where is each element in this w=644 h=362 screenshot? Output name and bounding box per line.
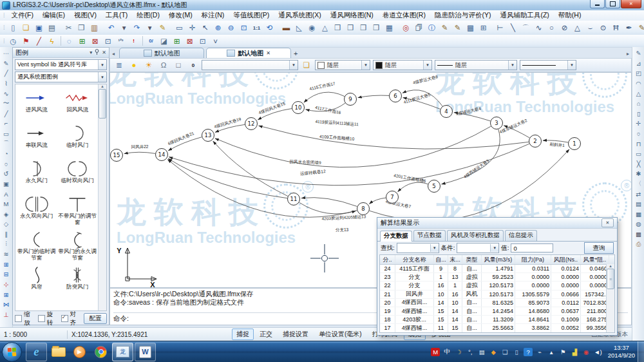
undo-more-icon[interactable]: ▾: [118, 23, 131, 33]
table-row-5[interactable]: 194煤西辅...1514自...14.245414.86800.0637211…: [380, 307, 614, 316]
open-folder-icon[interactable]: ❏: [20, 23, 33, 33]
redo-icon[interactable]: ↷: [131, 23, 144, 33]
branch-edge-5-7[interactable]: [398, 182, 428, 192]
branch-edge-11-8[interactable]: [299, 202, 356, 214]
menu-item-13[interactable]: 帮助(H): [554, 10, 586, 21]
junction-node-11[interactable]: 11: [288, 193, 300, 205]
table-row-4[interactable]: 204煤西回...1410自...81.632585.90730.0112701…: [380, 299, 614, 307]
print-icon[interactable]: ▤: [46, 23, 59, 33]
branch-edge-11-13[interactable]: [213, 141, 288, 196]
arc-tool-icon[interactable]: ⌒: [1, 138, 12, 149]
circle-icon[interactable]: ○: [545, 23, 558, 33]
block-list-icon[interactable]: ❒: [370, 23, 383, 33]
wave-icon[interactable]: ≋: [1, 249, 12, 260]
crop-icon[interactable]: ◰: [633, 68, 644, 79]
status-toggle-0[interactable]: 捕捉: [232, 329, 254, 340]
pan-icon[interactable]: ✛: [186, 23, 199, 33]
line-icon[interactable]: ╲: [507, 23, 520, 33]
box-r-icon[interactable]: ⊡: [196, 35, 209, 46]
menu-item-11[interactable]: 隐患防治与评价(Y): [430, 10, 496, 21]
branch-edge-14-15[interactable]: [124, 152, 155, 153]
media-player-icon[interactable]: ▶: [70, 343, 90, 361]
text-a-icon[interactable]: A: [1, 189, 12, 199]
chevron-down-icon[interactable]: ▼: [98, 60, 106, 70]
legend-item-11[interactable]: 防突风门: [57, 267, 99, 302]
junction-node-9[interactable]: 9: [345, 93, 357, 106]
moon-icon[interactable]: ☽: [454, 348, 463, 356]
block-copy-icon[interactable]: ❒: [345, 23, 357, 33]
results-tab-1[interactable]: 节点数据: [413, 230, 446, 241]
legend-item-9[interactable]: 带风门的永久调节窗: [57, 231, 99, 267]
image-icon[interactable]: ▣: [1, 179, 12, 189]
sheet-icon[interactable]: 🗍: [413, 23, 426, 33]
corner-icon[interactable]: ⌐: [1, 119, 12, 129]
hidden-icons-chevron[interactable]: ▴: [547, 348, 556, 356]
brush-icon[interactable]: ✎: [636, 23, 644, 33]
legend-item-7[interactable]: 不带风门的调节窗: [57, 196, 99, 231]
target-icon[interactable]: ◎: [400, 23, 413, 33]
text-m-icon[interactable]: M: [1, 199, 12, 209]
spline-icon[interactable]: ∿: [533, 23, 545, 33]
internet-explorer-icon[interactable]: e: [26, 343, 47, 361]
status-toggle-1[interactable]: 正交: [255, 329, 277, 340]
document-icon[interactable]: ▯: [512, 348, 521, 356]
tab-close-icon[interactable]: ✕: [266, 50, 270, 56]
table-row-3[interactable]: 21回风井1016风机120.51731305.55790.0666157342…: [380, 291, 614, 299]
branch-edge-11-14[interactable]: [168, 158, 287, 198]
legend-scrollbar[interactable]: ▲: [98, 84, 106, 310]
contour-icon[interactable]: △: [319, 23, 332, 33]
results-tab-2[interactable]: 风机及等积孔数据: [447, 230, 504, 241]
selection-add-icon[interactable]: ⊞: [76, 35, 89, 46]
results-panel-titlebar[interactable]: 解算结果显示 ✕: [377, 218, 617, 229]
branch-edge-2-14[interactable]: [169, 144, 529, 186]
column-header-7[interactable]: 风阻(Ns..: [551, 255, 581, 264]
chevron-down-icon[interactable]: ▼: [98, 72, 106, 82]
panel-icon[interactable]: ▯: [633, 109, 644, 119]
legend-item-1[interactable]: 回风风流: [57, 90, 99, 125]
door-tool-icon[interactable]: ⊓: [633, 138, 644, 149]
column-header-2[interactable]: 自...: [434, 255, 448, 264]
branch-edge-3-13[interactable]: [215, 126, 491, 167]
legend-item-5[interactable]: 临时双向风门: [57, 160, 99, 196]
block-group-icon[interactable]: ❒: [357, 23, 370, 33]
legend-item-2[interactable]: 串联风流: [16, 125, 57, 160]
junction-node-4[interactable]: 4: [440, 106, 453, 118]
symbol-library-dropdown[interactable]: Vent symbol lib 通风符号库 ▼: [15, 59, 107, 70]
delta-icon[interactable]: △: [633, 88, 644, 99]
diamond-icon[interactable]: ◇: [1, 219, 12, 229]
fill-rect-icon[interactable]: ▬: [280, 23, 293, 33]
junction-node-7[interactable]: 7: [386, 191, 399, 204]
line-tool-icon[interactable]: ╱: [1, 68, 12, 79]
swap-icon[interactable]: ⇄: [633, 189, 644, 199]
triangle-tool-icon[interactable]: ⊿: [633, 59, 644, 69]
cut-icon[interactable]: ✂: [62, 23, 75, 33]
hatch-icon[interactable]: ▩: [464, 23, 477, 33]
chrome-icon[interactable]: [91, 343, 111, 361]
menu-item-8[interactable]: 通风系统图(X): [274, 10, 326, 21]
cloud-icon[interactable]: ◠: [633, 79, 644, 89]
table-row-2[interactable]: 22分支161虚拟120.51730.00000.00000.0000: [380, 281, 614, 290]
close-button[interactable]: ✕: [621, 0, 641, 8]
grid-icon[interactable]: ▦: [383, 23, 396, 33]
tab-scroll-left-icon[interactable]: ◂: [109, 51, 117, 58]
legend-category-dropdown[interactable]: 通风系统图图例 ▼: [15, 71, 107, 82]
menu-item-4[interactable]: 绘图(D): [132, 10, 164, 21]
results-tab-3[interactable]: 信息提示: [505, 230, 537, 241]
menu-item-9[interactable]: 通风网络图(N): [326, 10, 378, 21]
table-scrollbar[interactable]: ▲ ≡: [606, 264, 614, 332]
slash-zero-icon[interactable]: 0/: [145, 35, 158, 46]
divider-dots-icon[interactable]: ⫶: [1, 239, 12, 249]
paste-icon[interactable]: ▥: [88, 23, 101, 33]
zoom-checkbox[interactable]: [15, 315, 22, 322]
region-icon[interactable]: ◉: [306, 23, 319, 33]
legend-item-6[interactable]: 永久双向风门: [16, 196, 57, 231]
join-icon[interactable]: ⋈: [1, 300, 12, 310]
circle2-icon[interactable]: ○: [633, 129, 644, 139]
menu-item-12[interactable]: 通风辅助工具(Z): [495, 10, 553, 21]
branch-edge-7-8[interactable]: [369, 198, 386, 204]
pencil2-icon[interactable]: ✎: [633, 48, 644, 59]
chevron-down-icon[interactable]: ▼: [490, 244, 498, 252]
legend-item-4[interactable]: 永久风门: [16, 160, 57, 196]
grid2-icon[interactable]: ▦: [633, 209, 644, 220]
layer-zero[interactable]: 0: [187, 60, 200, 71]
